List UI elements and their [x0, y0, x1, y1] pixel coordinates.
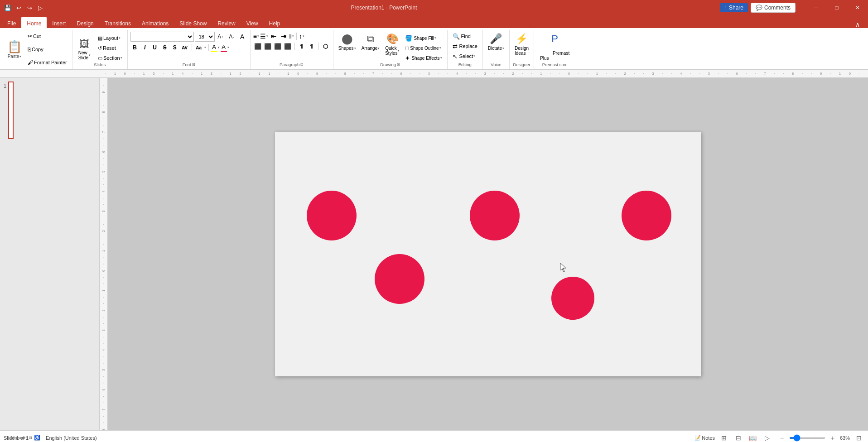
change-case-arrow[interactable]: ▾ — [204, 46, 206, 49]
replace-button[interactable]: ⇄ Replace — [450, 42, 480, 51]
copy-button[interactable]: ⎘ Copy — [25, 45, 69, 54]
zoom-in-button[interactable]: + — [827, 432, 838, 442]
change-case-button[interactable]: Aa — [194, 43, 203, 52]
normal-view-button[interactable]: ⊞ — [719, 432, 729, 442]
shape-fill-button[interactable]: 🪣 Shape Fill ▾ — [403, 34, 444, 43]
ltr-button[interactable]: ¶ — [307, 42, 316, 51]
zoom-slider[interactable] — [789, 437, 825, 439]
layout-button[interactable]: ▤ Layout ▾ — [96, 34, 125, 43]
tab-review[interactable]: Review — [212, 17, 241, 29]
bold-button[interactable]: B — [130, 43, 140, 52]
design-ideas-button[interactable]: ⚡ Design Ideas — [512, 32, 531, 57]
paste-dropdown-arrow[interactable]: ▾ — [19, 55, 21, 58]
italic-button[interactable]: I — [140, 43, 149, 52]
quick-styles-dropdown[interactable]: ▾ — [398, 49, 400, 53]
select-button[interactable]: ↖ Select ▾ — [450, 52, 480, 61]
circle-2[interactable] — [470, 191, 520, 240]
align-right-button[interactable]: ⬛ — [273, 42, 282, 51]
bullets-button[interactable]: ≡ ▾ — [253, 33, 259, 40]
circle-1[interactable] — [307, 191, 357, 240]
layout-dropdown[interactable]: ▾ — [119, 36, 121, 40]
tab-help[interactable]: Help — [264, 17, 286, 29]
share-button[interactable]: ↑ Share — [720, 3, 748, 12]
slide-thumbnail-1[interactable] — [8, 82, 14, 139]
font-color-dropdown-arrow[interactable]: ▾ — [227, 46, 229, 49]
char-spacing-button[interactable]: AV — [180, 43, 189, 52]
justify-button[interactable]: ⬛ — [283, 42, 292, 51]
font-family-select[interactable] — [130, 32, 194, 42]
zoom-out-button[interactable]: − — [776, 432, 787, 442]
align-center-button[interactable]: ⬛ — [263, 42, 272, 51]
columns-button[interactable]: ⫴ ▾ — [289, 33, 294, 40]
shape-outline-dropdown[interactable]: ▾ — [439, 46, 441, 50]
notes-button[interactable]: 📝 Notes — [694, 435, 715, 441]
line-spacing-dropdown[interactable]: ▾ — [303, 34, 304, 38]
find-button[interactable]: 🔍 Find — [450, 32, 480, 41]
slideshow-button[interactable]: ▷ — [762, 432, 773, 442]
decrease-indent-button[interactable]: ⇤ — [269, 32, 278, 41]
clipboard-expander[interactable]: ⊡ — [29, 436, 32, 440]
circle-4[interactable] — [375, 254, 424, 304]
clear-format-button[interactable]: A — [237, 32, 247, 42]
shape-outline-button[interactable]: □ Shape Outline ▾ — [403, 43, 444, 53]
shapes-button[interactable]: ⬤ Shapes ▾ — [336, 32, 358, 52]
new-slide-dropdown[interactable]: ▾ — [89, 53, 91, 57]
fit-slide-button[interactable]: ⊡ — [854, 432, 864, 442]
strikethrough-button[interactable]: S — [160, 43, 169, 52]
underline-button[interactable]: U — [150, 43, 159, 52]
drawing-expander[interactable]: ⊡ — [397, 62, 400, 67]
reset-button[interactable]: ↺ Reset — [96, 43, 125, 53]
dictate-dropdown[interactable]: ▾ — [502, 47, 504, 50]
language[interactable]: English (United States) — [46, 435, 97, 441]
tab-file[interactable]: File — [2, 17, 21, 29]
tab-insert[interactable]: Insert — [47, 17, 71, 29]
reading-view-button[interactable]: 📖 — [747, 432, 758, 442]
redo-button[interactable]: ↪ — [24, 3, 34, 13]
slide-sorter-button[interactable]: ⊟ — [733, 432, 744, 442]
numbering-button[interactable]: ☰ ▾ — [260, 33, 268, 40]
highlight-dropdown-arrow[interactable]: ▾ — [218, 46, 220, 49]
ribbon-collapse-button[interactable]: ∧ — [855, 21, 863, 28]
tab-transitions[interactable]: Transitions — [99, 17, 136, 29]
tab-home[interactable]: Home — [21, 17, 47, 29]
undo-button[interactable]: ↩ — [14, 3, 24, 13]
align-left-button[interactable]: ⬛ — [253, 42, 262, 51]
circle-5[interactable] — [551, 277, 594, 320]
select-dropdown[interactable]: ▾ — [473, 54, 475, 58]
shape-fill-dropdown[interactable]: ▾ — [434, 36, 436, 40]
section-dropdown[interactable]: ▾ — [121, 56, 122, 60]
cut-button[interactable]: ✂ Cut — [25, 32, 69, 41]
maximize-button[interactable]: □ — [826, 0, 847, 15]
save-button[interactable]: 💾 — [3, 3, 13, 13]
increase-indent-button[interactable]: ⇥ — [279, 32, 288, 41]
comments-button[interactable]: 💬 Comments — [751, 3, 796, 13]
font-size-select[interactable]: 18 — [195, 32, 215, 42]
line-spacing-button[interactable]: ↕ ▾ — [299, 33, 304, 40]
close-button[interactable]: ✕ — [847, 0, 868, 15]
tab-slide-show[interactable]: Slide Show — [174, 17, 212, 29]
minimize-button[interactable]: ─ — [805, 0, 826, 15]
rtl-button[interactable]: ¶ — [297, 42, 306, 51]
canvas-area[interactable] — [108, 78, 868, 430]
font-expander[interactable]: ⊡ — [192, 62, 195, 67]
numbering-dropdown[interactable]: ▾ — [266, 34, 268, 38]
dictate-button[interactable]: 🎤 Dictate ▾ — [486, 32, 506, 52]
bullets-dropdown[interactable]: ▾ — [257, 34, 259, 38]
zoom-level[interactable]: 63% — [840, 435, 850, 441]
slide-canvas[interactable] — [275, 132, 701, 376]
tab-view[interactable]: View — [241, 17, 264, 29]
shape-effects-dropdown[interactable]: ▾ — [440, 56, 442, 60]
shadow-button[interactable]: S — [170, 43, 179, 52]
font-color-button[interactable]: A ▾ — [221, 43, 229, 52]
arrange-button[interactable]: ⧉ Arrange ▾ — [359, 32, 382, 52]
arrange-dropdown[interactable]: ▾ — [378, 47, 380, 50]
increase-font-button[interactable]: A+ — [216, 32, 226, 42]
shapes-dropdown[interactable]: ▾ — [354, 47, 356, 50]
convert-smartart-button[interactable]: ⬡ — [321, 42, 330, 51]
tab-animations[interactable]: Animations — [136, 17, 174, 29]
paragraph-expander[interactable]: ⊡ — [300, 62, 304, 67]
slide-panel[interactable]: 1 — [0, 78, 100, 430]
paste-button[interactable]: 📋 Paste ▾ — [5, 32, 24, 67]
circle-3[interactable] — [622, 191, 671, 240]
tab-design[interactable]: Design — [71, 17, 99, 29]
